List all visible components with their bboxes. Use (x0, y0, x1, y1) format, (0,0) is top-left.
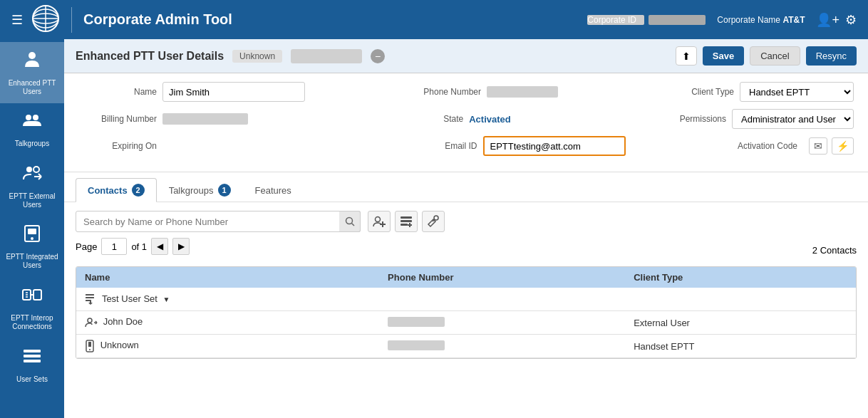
tab-features[interactable]: Features (243, 178, 304, 202)
tab-talkgroups[interactable]: Talkgroups 1 (157, 178, 243, 202)
svg-rect-17 (33, 290, 41, 300)
email-label: Email ID (399, 141, 477, 151)
email-input[interactable] (483, 136, 626, 156)
col-phone: Phone Number (379, 267, 625, 288)
save-button[interactable]: Save (703, 46, 744, 66)
phone-blurred-2 (388, 340, 445, 350)
resync-button[interactable]: Resync (806, 46, 857, 66)
add-contact-button[interactable] (368, 211, 391, 232)
table-header: Name Phone Number Client Type (76, 267, 856, 288)
pagination: Page of 1 ◀ ▶ (76, 238, 190, 255)
row-name-cell: John Doe (76, 311, 379, 335)
permissions-label: Permissions (648, 114, 726, 124)
tab-features-label: Features (255, 185, 291, 196)
sidebar-label-eptt-interop-connections: EPTT InteropConnections (11, 314, 53, 331)
corp-name-label: Corporate Name (717, 15, 780, 25)
menu-icon[interactable]: ☰ (11, 12, 23, 28)
state-label: State (385, 114, 463, 124)
sidebar-item-eptt-interop-connections[interactable]: EPTT InteropConnections (0, 277, 64, 338)
settings-icon[interactable]: ⚙ (845, 12, 857, 28)
expiring-label: Expiring On (78, 141, 157, 151)
permissions-select[interactable]: Administrator and User Administrator Use… (732, 109, 854, 129)
page-label: Page (76, 241, 97, 252)
user-set-icon (85, 293, 100, 304)
sidebar-item-user-sets[interactable]: User Sets (0, 338, 64, 391)
row-1-name: Test User Set (102, 293, 157, 304)
tab-contacts[interactable]: Contacts 2 (76, 178, 157, 202)
sidebar-label-user-sets: User Sets (16, 375, 48, 384)
user-set-row-icon (85, 293, 98, 305)
svg-point-7 (33, 115, 38, 120)
page-input[interactable] (101, 238, 127, 255)
search-input[interactable] (76, 211, 361, 232)
svg-line-26 (351, 224, 354, 226)
tab-contacts-label: Contacts (88, 185, 128, 196)
search-button[interactable] (339, 211, 361, 232)
activation-email-icon[interactable]: ✉ (809, 137, 827, 155)
svg-rect-30 (401, 216, 412, 219)
row-2-phone (379, 311, 625, 335)
share-button[interactable]: ⬆ (676, 46, 697, 66)
main-layout: Enhanced PTTUsers Talkgroups (0, 39, 868, 418)
name-input[interactable] (162, 82, 305, 102)
sidebar-item-eptt-external-users[interactable]: EPTT ExternalUsers (0, 155, 64, 216)
remove-user-button[interactable]: − (371, 49, 385, 63)
form-row-3: Expiring On Email ID Activation Code ✉ ⚡ (78, 136, 854, 156)
svg-rect-38 (86, 297, 94, 298)
handset-icon (85, 340, 100, 351)
prev-page-button[interactable]: ◀ (151, 238, 168, 255)
top-header: ☰ Corporate Admin Tool Corporate ID Corp… (0, 0, 868, 39)
form-row-2: Billing Number State Activated Permissio… (78, 109, 854, 129)
att-logo (31, 4, 60, 35)
table-row: Unknown Handset EPTT (76, 335, 856, 358)
row-1-phone (379, 288, 625, 311)
sidebar-item-talkgroups[interactable]: Talkgroups (0, 103, 64, 156)
corp-id-value (649, 15, 706, 25)
header-icons: 👤+ ⚙ (816, 12, 857, 28)
external-user-row-icon (85, 316, 98, 329)
col-name: Name (76, 267, 379, 288)
svg-rect-45 (88, 342, 91, 347)
tab-talkgroups-badge: 1 (218, 184, 231, 197)
billing-label: Billing Number (78, 114, 157, 124)
search-box (76, 211, 361, 232)
row-3-client-type: Handset EPTT (625, 335, 856, 358)
svg-point-15 (31, 237, 33, 240)
header-divider (71, 7, 72, 33)
eptt-interop-connections-icon (21, 284, 43, 311)
client-type-label: Client Type (656, 87, 734, 97)
activation-lightning-icon[interactable]: ⚡ (832, 137, 854, 155)
pagination-row: Page of 1 ◀ ▶ 2 Contacts (76, 238, 857, 262)
sidebar-item-enhanced-ptt-users[interactable]: Enhanced PTTUsers (0, 42, 64, 103)
row-3-phone (379, 335, 625, 358)
svg-rect-39 (86, 300, 91, 301)
cancel-button[interactable]: Cancel (750, 46, 800, 66)
row-3-name: Unknown (100, 340, 139, 351)
sidebar-item-eptt-integrated-users[interactable]: EPTT IntegratedUsers (0, 216, 64, 278)
contacts-table: Name Phone Number Client Type (76, 267, 856, 358)
svg-rect-32 (401, 224, 408, 226)
dropdown-arrow-icon[interactable]: ▼ (163, 296, 170, 303)
corp-name-value: AT&T (782, 15, 805, 25)
svg-point-5 (29, 52, 36, 59)
sidebar-label-eptt-external-users: EPTT ExternalUsers (9, 192, 56, 209)
client-type-select[interactable]: Handset EPTT Mobile Tablet (740, 82, 854, 102)
enhanced-ptt-users-icon (21, 49, 43, 76)
user-add-icon[interactable]: 👤+ (816, 12, 839, 28)
of-label: of 1 (131, 241, 147, 252)
user-id-box (291, 49, 362, 63)
tools-button[interactable] (422, 211, 445, 232)
state-value: Activated (469, 114, 511, 125)
add-contact-icon (372, 214, 386, 229)
row-name-cell: Unknown (76, 335, 379, 358)
svg-rect-37 (86, 294, 94, 296)
add-user-set-button[interactable] (395, 211, 418, 232)
sidebar-label-talkgroups: Talkgroups (15, 140, 49, 148)
form-area: Name Phone Number Client Type Handset EP… (64, 73, 868, 172)
next-page-button[interactable]: ▶ (172, 238, 190, 255)
table-row: John Doe External User (76, 311, 856, 335)
table-row: Test User Set ▼ (76, 288, 856, 311)
activation-icons: ✉ ⚡ (809, 137, 854, 155)
header-right: Corporate ID Corporate Name AT&T 👤+ ⚙ (587, 12, 857, 28)
form-row-1: Name Phone Number Client Type Handset EP… (78, 82, 854, 102)
